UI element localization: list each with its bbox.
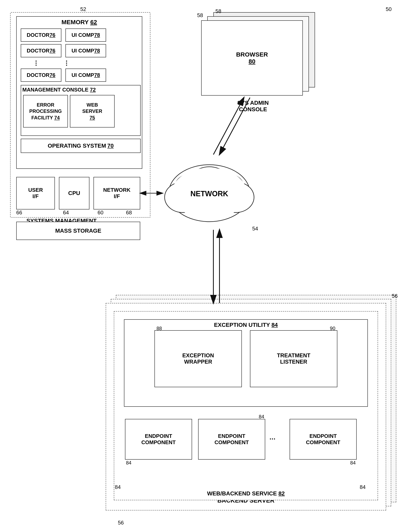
endpoint-row: ENDPOINT COMPONENT 84 ENDPOINT COMPONENT… <box>125 419 357 460</box>
ref-64: 64 <box>63 210 69 216</box>
web-backend-label: WEB/BACKEND SERVICE 82 <box>207 490 285 497</box>
ref-84-backend-left: 84 <box>115 484 121 490</box>
ref-84-ep3: 84 <box>350 460 356 466</box>
doctor-box-2: DOCTOR 76 <box>21 44 61 57</box>
ref-54: 54 <box>252 225 258 232</box>
network-if-box: NETWORK I/F <box>94 177 140 210</box>
ref-58-top: 58 <box>215 8 221 14</box>
network-cloud-svg: NETWORK <box>159 153 260 230</box>
memory-label: MEMORY 62 <box>19 19 140 26</box>
treatment-listener-box: TREATMENTLISTENER 90 <box>250 330 337 387</box>
ref-68: 68 <box>126 210 132 216</box>
doctor-box-3: DOCTOR 76 <box>21 68 61 82</box>
ref-84-ep1: 84 <box>126 460 132 466</box>
ref-56-top: 56 <box>392 293 398 299</box>
user-if-box: USER I/F <box>16 177 55 210</box>
dots-row: ⋮⋮ <box>33 59 69 67</box>
web-server-box: WEBSERVER75 <box>70 95 115 127</box>
memory-ref: 62 <box>90 19 97 25</box>
ref-56-bot: 56 <box>118 520 124 526</box>
memory-outer-box: MEMORY 62 DOCTOR 76 UI COMP 78 DOCTOR 76… <box>16 16 142 169</box>
endpoint-comp-2: ENDPOINT COMPONENT <box>198 419 265 460</box>
sys-admin-console-label: SYS ADMINCONSOLE <box>203 100 303 113</box>
error-processing-box: ERRORPROCESSINGFACILITY 74 <box>23 95 68 127</box>
operating-system-box: OPERATING SYSTEM 70 <box>21 139 141 153</box>
endpoint-comp-1: ENDPOINT COMPONENT <box>125 419 192 460</box>
ref-84-backend-right: 84 <box>360 484 366 490</box>
exception-wrapper-box: EXCEPTIONWRAPPER 88 <box>154 330 242 387</box>
ref-84-ep2: 84 <box>259 414 264 420</box>
exception-utility-box: EXCEPTION UTILITY 84 EXCEPTIONWRAPPER 88… <box>124 319 368 407</box>
svg-text:NETWORK: NETWORK <box>190 190 228 198</box>
browser-label: BROWSER80 <box>236 51 268 65</box>
browser-front-box: BROWSER80 <box>201 20 303 96</box>
ref-52: 52 <box>80 6 86 12</box>
doctor-box-1: DOCTOR 76 <box>21 29 61 42</box>
ref-50: 50 <box>386 6 392 12</box>
ui-comp-box-3: UI COMP 78 <box>66 68 106 82</box>
endpoint-comp-3: ENDPOINT COMPONENT <box>290 419 357 460</box>
ui-comp-box-1: UI COMP 78 <box>66 29 106 42</box>
ref-60: 60 <box>98 210 104 216</box>
network-cloud-container: NETWORK 54 <box>159 153 260 230</box>
browser-ref: 80 <box>248 58 255 65</box>
diagram: 50 52 SYSTEMS MANAGEMENT MEMORY 62 DOCTO… <box>0 0 416 532</box>
ui-comp-box-2: UI COMP 78 <box>66 44 106 57</box>
management-console-box: MANAGEMENT CONSOLE 72 ERRORPROCESSINGFAC… <box>21 85 141 136</box>
ref-58-side: 58 <box>197 12 203 19</box>
cpu-box: CPU <box>59 177 89 210</box>
mass-storage-box: MASS STORAGE <box>16 222 140 240</box>
ref-66: 66 <box>16 210 22 216</box>
